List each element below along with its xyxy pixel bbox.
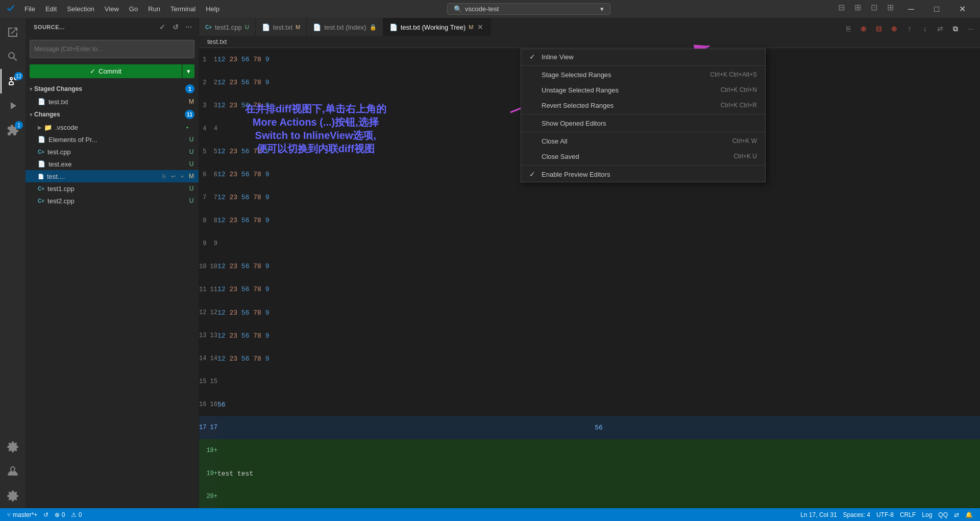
sync-status[interactable]: ↺ — [40, 508, 52, 521]
toggle-panel-button[interactable]: ⊡ — [867, 0, 881, 14]
navigate-down-button[interactable]: ↓ — [918, 21, 932, 36]
open-in-editor-button[interactable]: ⎘ — [841, 21, 855, 36]
encoding-setting[interactable]: UTF-8 — [873, 511, 897, 518]
tab-test-txt-index[interactable]: 📄 test.txt (Index) 🔒 — [307, 18, 383, 36]
unstage-button[interactable]: ⊟ — [872, 21, 886, 36]
activity-settings[interactable] — [1, 484, 25, 508]
check-all-button[interactable]: ✓ — [157, 21, 168, 33]
menu-shortcut: Ctrl+K U — [733, 153, 757, 160]
branch-status[interactable]: ⑂ master*+ — [4, 508, 40, 521]
commit-dropdown-button[interactable]: ▾ — [182, 64, 194, 78]
changes-test-active[interactable]: 📄 test.... ⎘ ↩ + M — [26, 170, 199, 182]
remote-icon-button[interactable]: ⇄ — [951, 511, 962, 518]
spaces-setting[interactable]: Spaces: 4 — [840, 511, 873, 518]
menu-bar: File Edit Selection View Go Run Terminal… — [20, 4, 224, 14]
menu-item-inline-view[interactable]: ✓ Inline View — [521, 49, 765, 64]
changes-vscode-folder[interactable]: ▶ 📁 .vscode ● — [26, 121, 199, 133]
menu-item-show-opened[interactable]: Show Opened Editors — [521, 115, 765, 131]
changes-test-exe[interactable]: 📄 test.exe U — [26, 158, 199, 170]
commit-message-input[interactable] — [30, 40, 194, 58]
cursor-position[interactable]: Ln 17, Col 31 — [797, 511, 840, 518]
notification-button[interactable]: 🔔 — [962, 511, 976, 518]
swap-sides-button[interactable]: ⇄ — [933, 21, 947, 36]
menu-view[interactable]: View — [101, 4, 123, 14]
qq-setting[interactable]: QQ — [935, 511, 951, 518]
menu-separator — [521, 114, 765, 114]
close-button[interactable]: ✕ — [950, 0, 974, 18]
tab-status: M — [469, 24, 473, 30]
file-status: U — [188, 136, 194, 143]
activity-run[interactable] — [1, 93, 25, 118]
changes-elements[interactable]: 📄 Elements of Pr... U — [26, 133, 199, 146]
sidebar-title: SOURCE... ✓ ↺ ··· — [26, 18, 199, 36]
activity-search[interactable] — [1, 44, 25, 69]
toggle-sidebar-button[interactable]: ⊟ — [834, 0, 848, 14]
extensions-badge: 1 — [15, 121, 23, 129]
tab-test-txt[interactable]: 📄 test.txt M — [256, 18, 307, 36]
menu-edit[interactable]: Edit — [41, 4, 61, 14]
menu-terminal[interactable]: Terminal — [166, 4, 200, 14]
menu-separator — [521, 165, 765, 165]
branch-name: master*+ — [13, 511, 37, 518]
menu-label: Stage Selected Ranges — [542, 71, 706, 79]
stage-button[interactable]: ⊕ — [856, 21, 871, 36]
line-ending-setting[interactable]: CRLF — [897, 511, 919, 518]
activity-explorer[interactable] — [1, 20, 25, 44]
customize-layout-button[interactable]: ⊞ — [883, 0, 897, 14]
title-search-box[interactable]: 🔍 vscode-test ▾ — [447, 3, 610, 15]
more-actions-button[interactable]: ··· — [183, 21, 194, 33]
menu-item-close-all[interactable]: Close All Ctrl+K W — [521, 133, 765, 149]
diff-line-16: 161656 — [199, 393, 980, 416]
toggle-editor-layout-button[interactable]: ⊞ — [850, 0, 865, 14]
activity-extensions[interactable]: 1 — [1, 118, 25, 143]
minimize-button[interactable]: ─ — [899, 0, 923, 18]
menu-help[interactable]: Help — [202, 4, 224, 14]
menu-shortcut: Ctrl+K W — [732, 137, 757, 145]
tab-close-button[interactable]: ✕ — [476, 23, 484, 31]
maximize-button[interactable]: □ — [925, 0, 948, 18]
inline-view-active-button[interactable]: ⧉ — [948, 21, 963, 36]
changes-label: Changes — [34, 111, 60, 118]
errors-text: ⊗ 0 — [55, 511, 65, 518]
activity-accounts[interactable] — [1, 459, 25, 484]
menu-run[interactable]: Run — [144, 4, 164, 14]
menu-item-close-saved[interactable]: Close Saved Ctrl+K U — [521, 149, 765, 164]
more-actions-editor-button[interactable]: ··· — [964, 21, 978, 36]
search-text: vscode-test — [465, 5, 499, 13]
tab-label: test1.cpp — [215, 23, 242, 31]
menu-item-unstage-ranges[interactable]: Unstage Selected Ranges Ctrl+K Ctrl+N — [521, 82, 765, 98]
errors-status[interactable]: ⊗ 0 — [52, 508, 68, 521]
menu-selection[interactable]: Selection — [63, 4, 98, 14]
changes-section[interactable]: ▾ Changes 11 — [26, 108, 199, 121]
menu-go[interactable]: Go — [125, 4, 142, 14]
language-mode[interactable]: Log — [919, 511, 935, 518]
changes-test1-cpp[interactable]: C+ test1.cpp U — [26, 182, 199, 195]
open-file-icon[interactable]: ⎘ — [160, 172, 168, 180]
tab-test-txt-working-tree[interactable]: 📄 test.txt (Working Tree) M ✕ — [383, 18, 492, 36]
svg-point-1 — [11, 494, 14, 498]
changes-test-cpp[interactable]: C+ test.cpp U — [26, 146, 199, 158]
revert-button[interactable]: ⊗ — [887, 21, 901, 36]
commit-button[interactable]: ✓ Commit — [30, 64, 182, 78]
navigate-up-button[interactable]: ↑ — [902, 21, 917, 36]
remote-icon: ⇄ — [954, 511, 959, 518]
staged-changes-section[interactable]: ▾ Staged Changes 1 — [26, 82, 199, 96]
menu-item-stage-ranges[interactable]: Stage Selected Ranges Ctrl+K Ctrl+Alt+S — [521, 67, 765, 82]
activity-remote[interactable] — [1, 435, 25, 459]
menu-item-revert-ranges[interactable]: Revert Selected Ranges Ctrl+K Ctrl+R — [521, 98, 765, 113]
file-icon: C+ — [38, 149, 44, 155]
changes-test2-cpp[interactable]: C+ test2.cpp U — [26, 195, 199, 207]
diff-line-7: 7712 23 56 78 9 — [199, 186, 980, 209]
stage-icon[interactable]: + — [178, 172, 186, 180]
refresh-button[interactable]: ↺ — [170, 21, 181, 33]
staged-file-test-txt[interactable]: 📄 test.txt M — [26, 96, 199, 108]
file-icon: 📄 — [38, 98, 45, 105]
menu-file[interactable]: File — [20, 4, 39, 14]
menu-item-enable-preview[interactable]: ✓ Enable Preview Editors — [521, 167, 765, 182]
menu-label: Unstage Selected Ranges — [542, 86, 717, 94]
staged-file-status: M — [188, 98, 194, 105]
tab-test1-cpp[interactable]: C+ test1.cpp U — [199, 18, 256, 36]
activity-source-control[interactable]: 12 — [1, 69, 25, 93]
discard-icon[interactable]: ↩ — [169, 172, 177, 180]
warnings-status[interactable]: ⚠ 0 — [68, 508, 85, 521]
